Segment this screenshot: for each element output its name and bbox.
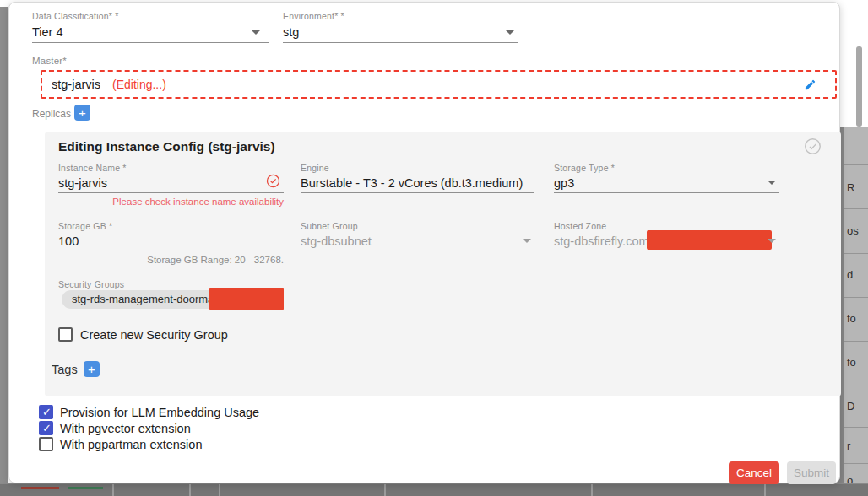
environment-label: Environment* * bbox=[283, 11, 344, 21]
row-divider bbox=[844, 385, 868, 385]
row-divider bbox=[844, 297, 868, 298]
table-cell-fragment: d bbox=[847, 268, 853, 281]
column-divider bbox=[189, 484, 191, 496]
table-cell-fragment: R bbox=[847, 181, 854, 194]
subnet-group-label: Subnet Group bbox=[301, 221, 358, 231]
instance-name-error: Please check instance name availability bbox=[58, 197, 284, 207]
pgvector-checkbox[interactable] bbox=[39, 421, 53, 435]
create-sg-checkbox[interactable] bbox=[58, 327, 73, 342]
editing-config-panel: Editing Instance Config (stg-jarvis) Ins… bbox=[45, 132, 841, 396]
row-divider bbox=[844, 427, 868, 428]
table-cell-fragment: fo bbox=[847, 312, 856, 325]
pgpartman-checkbox[interactable] bbox=[39, 437, 53, 451]
table-cell-fragment: D bbox=[847, 400, 854, 412]
divider bbox=[41, 127, 822, 127]
llm-embedding-label: Provision for LLM Embedding Usage bbox=[60, 406, 259, 419]
master-value: stg-jarvis bbox=[52, 78, 100, 91]
engine-label: Engine bbox=[301, 163, 329, 173]
environment-select[interactable] bbox=[283, 42, 518, 43]
submit-button[interactable]: Submit bbox=[787, 461, 836, 484]
page: R os d fo fo D r o Data Classification* … bbox=[0, 0, 868, 496]
column-divider bbox=[591, 484, 593, 496]
add-tag-button[interactable]: + bbox=[84, 361, 100, 377]
panel-title: Editing Instance Config (stg-jarvis) bbox=[58, 139, 275, 154]
page-scrollbar[interactable] bbox=[856, 46, 862, 127]
security-groups-field[interactable] bbox=[58, 310, 288, 310]
row-divider bbox=[844, 253, 868, 254]
table-cell-fragment: os bbox=[847, 224, 859, 237]
column-divider bbox=[219, 484, 220, 496]
column-divider bbox=[764, 484, 766, 496]
security-group-chip[interactable]: stg-rds-management-doorman bbox=[62, 290, 231, 309]
row-divider bbox=[844, 208, 868, 209]
engine-field[interactable] bbox=[301, 192, 534, 193]
subnet-group-value: stg-dbsubnet bbox=[301, 235, 372, 248]
master-editing-status: (Editing...) bbox=[112, 78, 166, 91]
engine-value: Burstable - T3 - 2 vCores (db.t3.medium) bbox=[301, 176, 523, 190]
table-cell-fragment: fo bbox=[847, 356, 856, 369]
storage-gb-helper: Storage GB Range: 20 - 32768. bbox=[58, 255, 284, 265]
create-sg-label: Create new Security Group bbox=[80, 328, 228, 342]
column-divider bbox=[384, 484, 386, 496]
instance-name-label: Instance Name * bbox=[58, 163, 127, 173]
add-replica-button[interactable]: + bbox=[74, 105, 90, 121]
row-divider bbox=[844, 341, 868, 342]
llm-embedding-checkbox[interactable] bbox=[39, 405, 53, 419]
backdrop-left-strip bbox=[0, 7, 8, 496]
instance-name-input[interactable] bbox=[58, 192, 284, 193]
column-divider bbox=[112, 484, 114, 496]
storage-gb-value: 100 bbox=[58, 235, 79, 248]
storage-type-label: Storage Type * bbox=[554, 163, 615, 173]
row-divider bbox=[844, 463, 868, 464]
subnet-group-select bbox=[301, 251, 534, 251]
hosted-zone-value: stg-dbsfirefly.com bbox=[554, 235, 649, 248]
row-divider bbox=[844, 164, 868, 165]
background-red-segment bbox=[21, 487, 59, 489]
pencil-edit-icon[interactable] bbox=[804, 78, 816, 94]
background-table-column: R os d fo fo D r o bbox=[844, 127, 868, 483]
storage-gb-input[interactable] bbox=[58, 251, 284, 251]
redaction-overlay bbox=[209, 288, 284, 310]
background-bottom-strip bbox=[0, 483, 868, 496]
chevron-down-icon bbox=[768, 239, 776, 243]
security-groups-label: Security Groups bbox=[58, 279, 124, 289]
pgvector-label: With pgvector extension bbox=[60, 422, 191, 435]
master-field[interactable]: stg-jarvis (Editing...) bbox=[41, 70, 837, 99]
data-classification-label: Data Classification* * bbox=[32, 11, 118, 21]
storage-type-select[interactable] bbox=[554, 192, 779, 193]
chevron-down-icon bbox=[768, 181, 776, 185]
master-label: Master* bbox=[32, 56, 67, 66]
storage-type-value: gp3 bbox=[554, 176, 574, 190]
data-classification-value: Tier 4 bbox=[32, 25, 63, 39]
storage-gb-label: Storage GB * bbox=[58, 221, 112, 231]
chevron-down-icon bbox=[523, 239, 531, 243]
check-circle-icon[interactable] bbox=[804, 137, 822, 159]
hosted-zone-label: Hosted Zone bbox=[554, 221, 606, 231]
data-classification-select[interactable] bbox=[32, 42, 269, 43]
cancel-button[interactable]: Cancel bbox=[729, 461, 779, 484]
chevron-down-icon bbox=[506, 30, 514, 35]
table-cell-fragment: r bbox=[847, 439, 850, 452]
chevron-down-icon bbox=[252, 30, 260, 35]
check-circle-error-icon bbox=[266, 174, 280, 191]
instance-name-value: stg-jarvis bbox=[58, 176, 107, 190]
redaction-overlay bbox=[647, 230, 772, 250]
replicas-label: Replicas bbox=[32, 108, 71, 120]
tags-label: Tags bbox=[52, 363, 78, 376]
pgpartman-label: With pgpartman extension bbox=[60, 438, 202, 451]
hosted-zone-select bbox=[554, 251, 779, 251]
instance-config-dialog: Data Classification* * Tier 4 Environmen… bbox=[8, 2, 840, 483]
background-green-segment bbox=[68, 487, 103, 489]
environment-value: stg bbox=[283, 25, 299, 39]
